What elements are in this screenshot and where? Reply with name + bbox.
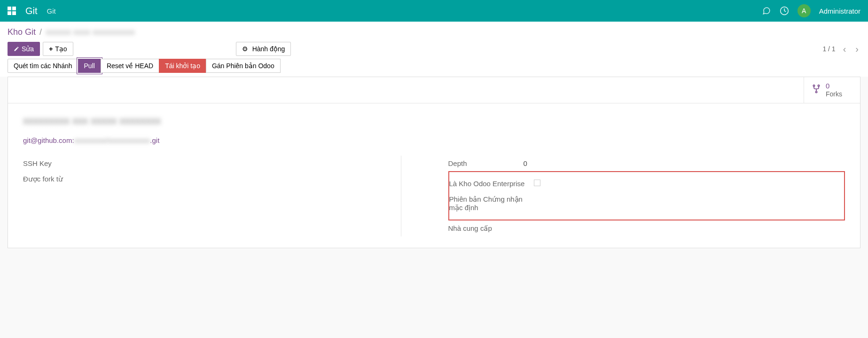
- reinit-button[interactable]: Tái khởi tạo: [159, 59, 206, 73]
- svg-point-2: [818, 85, 819, 86]
- scan-branches-button[interactable]: Quét tìm các Nhánh: [8, 59, 78, 73]
- navbar-right: A Administrator: [762, 4, 860, 17]
- vendor-label: Nhà cung cấp: [448, 224, 524, 233]
- assign-odoo-button[interactable]: Gán Phiên bản Odoo: [206, 59, 281, 73]
- navbar-left: Git Git: [8, 6, 56, 16]
- sheet-content: xxxxxxxxx xxx xxxxx xxxxxxxx git@github.…: [8, 103, 860, 248]
- depth-label: Depth: [448, 159, 524, 167]
- svg-point-3: [815, 91, 817, 93]
- apps-icon[interactable]: [8, 7, 16, 15]
- svg-point-1: [813, 85, 814, 86]
- edit-label: Sửa: [22, 45, 34, 53]
- forks-count: 0: [826, 82, 842, 90]
- url-prefix: git@github.com:: [23, 136, 74, 144]
- activity-icon[interactable]: [780, 6, 789, 16]
- statusbar: 0 Forks: [8, 77, 860, 103]
- pager-prev[interactable]: ‹: [841, 44, 848, 55]
- depth-field: Depth 0: [448, 156, 845, 171]
- highlight-box: Là Kho Odoo Enterprise Phiên bản Chứng n…: [448, 171, 845, 220]
- form-sheet: 0 Forks xxxxxxxxx xxx xxxxx xxxxxxxx git…: [8, 77, 860, 248]
- pager-next[interactable]: ›: [853, 44, 860, 55]
- vendor-value: [524, 224, 845, 233]
- pencil-icon: [14, 46, 19, 52]
- default-cert-label: Phiên bản Chứng nhận mặc định: [449, 195, 534, 212]
- breadcrumb: Kho Git / xxxxxx xxxx xxxxxxxxxx: [8, 27, 860, 37]
- column-separator: [401, 156, 401, 236]
- breadcrumb-parent[interactable]: Kho Git: [8, 27, 36, 37]
- right-column: Depth 0 Là Kho Odoo Enterprise Phiên bản: [448, 156, 845, 236]
- form-container: 0 Forks xxxxxxxxx xxx xxxxx xxxxxxxx git…: [0, 77, 868, 256]
- nav-menu-item[interactable]: Git: [47, 7, 56, 15]
- is-enterprise-value: [534, 180, 845, 188]
- action-dropdown[interactable]: Hành động: [236, 42, 291, 56]
- messages-icon[interactable]: [762, 6, 771, 16]
- record-url[interactable]: git@github.com:xxxxxxxxx/xxxxxxxxxxxx.gi…: [23, 136, 845, 144]
- create-button[interactable]: + Tạo: [43, 42, 73, 56]
- fork-icon: [812, 83, 821, 97]
- ssh-key-label: SSH Key: [23, 159, 98, 167]
- breadcrumb-current: xxxxxx xxxx xxxxxxxxxx: [46, 27, 135, 37]
- action-label: Hành động: [252, 45, 285, 53]
- reset-head-button[interactable]: Reset về HEAD: [101, 59, 159, 73]
- app-title: Git: [25, 6, 38, 16]
- pager-text: 1 / 1: [822, 45, 835, 53]
- user-name[interactable]: Administrator: [819, 7, 860, 15]
- buttons-row: Sửa + Tạo Hành động 1 / 1 ‹ ›: [8, 42, 860, 61]
- forks-stat-info: 0 Forks: [826, 82, 842, 98]
- fields-container: SSH Key Được fork từ Depth 0: [23, 156, 845, 236]
- forked-from-label: Được fork từ: [23, 175, 98, 183]
- is-enterprise-field: Là Kho Odoo Enterprise: [449, 176, 845, 191]
- forks-label: Forks: [826, 90, 842, 98]
- left-column: SSH Key Được fork từ: [23, 156, 420, 236]
- ssh-key-field: SSH Key: [23, 156, 401, 171]
- is-enterprise-label: Là Kho Odoo Enterprise: [449, 180, 534, 188]
- record-title: xxxxxxxxx xxx xxxxx xxxxxxxx: [23, 115, 845, 127]
- default-cert-field: Phiên bản Chứng nhận mặc định: [449, 191, 845, 216]
- plus-icon: +: [49, 45, 53, 53]
- create-label: Tạo: [55, 45, 67, 53]
- is-enterprise-checkbox[interactable]: [534, 180, 540, 186]
- navbar: Git Git A Administrator: [0, 0, 868, 22]
- url-blurred: xxxxxxxxx/xxxxxxxxxxxx: [74, 136, 150, 144]
- url-suffix: .git: [150, 136, 159, 144]
- forks-stat-button[interactable]: 0 Forks: [804, 77, 860, 103]
- avatar[interactable]: A: [798, 4, 811, 17]
- breadcrumb-separator: /: [39, 27, 42, 37]
- depth-value: 0: [524, 159, 845, 167]
- action-buttons: Quét tìm các Nhánh Pull Reset về HEAD Tá…: [8, 59, 860, 77]
- vendor-field: Nhà cung cấp: [448, 220, 845, 236]
- pull-button[interactable]: Pull: [78, 59, 101, 73]
- control-panel: Kho Git / xxxxxx xxxx xxxxxxxxxx Sửa + T…: [0, 22, 868, 77]
- pager: 1 / 1 ‹ ›: [822, 44, 860, 55]
- edit-button[interactable]: Sửa: [8, 42, 40, 56]
- forked-from-field: Được fork từ: [23, 171, 401, 187]
- default-cert-value: [534, 195, 845, 212]
